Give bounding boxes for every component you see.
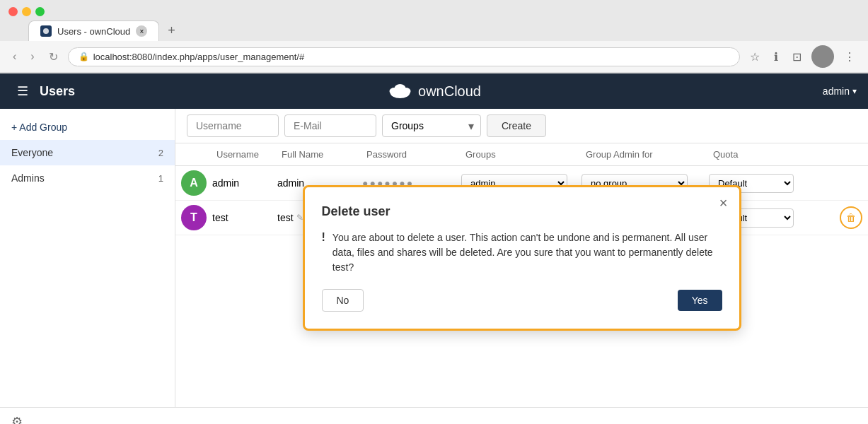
new-tab-button[interactable]: + (162, 20, 181, 41)
active-tab[interactable]: Users - ownCloud × (28, 20, 159, 41)
close-window-button[interactable] (8, 7, 18, 16)
user-menu-label: admin (823, 86, 850, 97)
delete-user-dialog: Delete user × ! You are about to delete … (303, 185, 741, 331)
content-area: Groups ▾ Create Username Full Name Passw… (175, 109, 868, 407)
sidebar-item-everyone[interactable]: Everyone 2 (0, 140, 175, 165)
dialog-warning: ! You are about to delete a user. This a… (322, 230, 722, 275)
owncloud-logo-icon (387, 81, 412, 101)
hamburger-menu-button[interactable]: ☰ (11, 78, 34, 105)
main-content: + Add Group Everyone 2 Admins 1 (0, 109, 868, 407)
tab-favicon (40, 25, 52, 37)
tab-title: Users - ownCloud (57, 26, 130, 37)
app-title: Users (40, 84, 75, 99)
refresh-button[interactable]: ↻ (45, 47, 62, 66)
brand-center: ownCloud (387, 81, 481, 101)
expand-button[interactable]: ⊡ (788, 47, 806, 66)
dialog-close-button[interactable]: × (719, 196, 728, 210)
browser-chrome: Users - ownCloud × + ‹ › ↻ 🔒 localhost:8… (0, 0, 868, 73)
dialog-actions: No Yes (322, 289, 722, 312)
add-group-button[interactable]: + Add Group (0, 114, 175, 140)
app: ☰ Users ownCloud admin ▾ + Add Group (0, 73, 868, 424)
address-bar[interactable]: 🔒 localhost:8080/index.php/apps/user_man… (68, 47, 740, 66)
user-avatar-browser[interactable] (811, 45, 834, 68)
topnav: ☰ Users ownCloud admin ▾ (0, 73, 868, 109)
browser-menu-button[interactable]: ⋮ (840, 47, 860, 66)
address-lock-icon: 🔒 (79, 52, 89, 61)
sidebar-item-everyone-label: Everyone (11, 147, 53, 158)
tab-bar: Users - ownCloud × + (0, 20, 868, 41)
browser-nav: ‹ › ↻ 🔒 localhost:8080/index.php/apps/us… (0, 41, 868, 73)
settings-icon[interactable]: ⚙ (11, 414, 23, 425)
dialog-no-button[interactable]: No (322, 289, 364, 312)
sidebar-item-admins-count: 1 (158, 173, 163, 184)
chevron-down-icon: ▾ (852, 86, 857, 96)
user-menu[interactable]: admin ▾ (823, 86, 857, 97)
svg-point-0 (43, 28, 49, 34)
info-button[interactable]: ℹ (770, 47, 782, 66)
sidebar-item-admins[interactable]: Admins 1 (0, 165, 175, 191)
sidebar-item-everyone-count: 2 (158, 148, 163, 158)
dialog-title: Delete user (322, 204, 722, 219)
bottom-bar: ⚙ (0, 407, 868, 424)
address-text: localhost:8080/index.php/apps/user_manag… (93, 52, 305, 62)
browser-traffic-lights (0, 0, 868, 20)
maximize-window-button[interactable] (35, 7, 45, 16)
brand-name: ownCloud (418, 83, 481, 100)
dialog-overlay: Delete user × ! You are about to delete … (175, 109, 868, 407)
dialog-message: You are about to delete a user. This act… (332, 230, 722, 275)
back-button[interactable]: ‹ (8, 47, 21, 66)
dialog-yes-button[interactable]: Yes (678, 290, 722, 311)
svg-point-4 (394, 84, 405, 93)
warning-icon: ! (322, 231, 325, 275)
forward-button[interactable]: › (26, 47, 38, 66)
add-group-label: + Add Group (11, 122, 67, 133)
sidebar-item-admins-label: Admins (11, 172, 45, 184)
bookmark-button[interactable]: ☆ (746, 47, 764, 66)
tab-close-button[interactable]: × (136, 25, 147, 37)
minimize-window-button[interactable] (22, 7, 31, 16)
sidebar: + Add Group Everyone 2 Admins 1 (0, 109, 175, 407)
